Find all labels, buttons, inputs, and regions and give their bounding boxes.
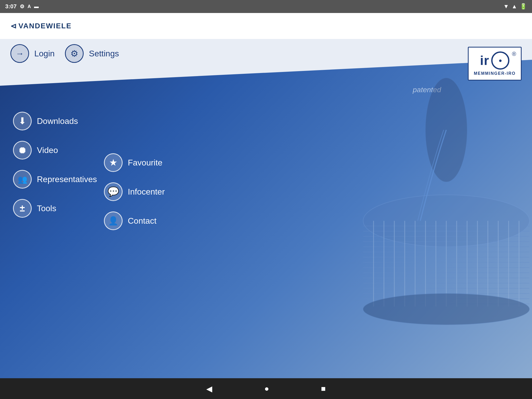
login-label: Login	[34, 49, 55, 58]
machine-visual	[303, 65, 532, 377]
contact-icon-circle: 👤	[104, 211, 123, 230]
app-container: ⊲ VANDEWIELE patented ir ● ® MEMMINGER-I…	[0, 13, 532, 399]
iro-logo: ir ● ® MEMMINGER-IRO	[468, 47, 522, 81]
downloads-label: Downloads	[37, 116, 78, 126]
contact-button[interactable]: 👤 Contact	[104, 211, 165, 230]
iro-text: ir	[480, 53, 489, 68]
favourite-icon: ★	[109, 157, 117, 168]
time-display: 3:07	[5, 3, 17, 10]
iro-sub-text: MEMMINGER-IRO	[474, 71, 516, 76]
main-content: patented ir ● ® MEMMINGER-IRO → Login	[0, 39, 532, 378]
video-icon: ⏺	[18, 145, 27, 156]
iro-circle: ●	[491, 51, 509, 70]
representatives-icon-circle: 👥	[13, 170, 32, 189]
representatives-label: Representatives	[37, 175, 97, 184]
header-bar: ⊲ VANDEWIELE	[0, 13, 532, 39]
favourite-label: Favourite	[128, 158, 162, 168]
home-button[interactable]: ●	[264, 384, 269, 393]
wifi-icon: ▼	[503, 3, 509, 10]
contact-label: Contact	[128, 216, 156, 226]
infocenter-icon: 💬	[108, 186, 119, 197]
right-menu: ★ Favourite 💬 Infocenter 👤 Contact	[104, 153, 165, 230]
downloads-icon-circle: ⬇	[13, 112, 32, 130]
tools-icon-circle: ±	[13, 199, 32, 218]
login-button[interactable]: → Login	[10, 44, 55, 63]
settings-status-icon: ⚙	[20, 3, 24, 10]
login-icon: →	[16, 49, 24, 58]
vandewiele-logo-symbol: ⊲	[10, 22, 16, 30]
downloads-button[interactable]: ⬇ Downloads	[13, 112, 174, 130]
main-menu: ⬇ Downloads ⏺ Video 👥 Representatives	[0, 96, 187, 378]
tools-label: Tools	[37, 204, 56, 213]
settings-icon-circle: ⚙	[65, 44, 84, 63]
battery-icon: 🔋	[520, 3, 527, 10]
representatives-icon: 👥	[18, 175, 27, 184]
svg-point-32	[363, 294, 529, 325]
vandewiele-logo: ⊲ VANDEWIELE	[10, 22, 72, 30]
a-status-icon: A	[28, 4, 31, 9]
settings-label: Settings	[89, 49, 119, 58]
favourite-button[interactable]: ★ Favourite	[104, 153, 165, 172]
signal-icon: ▲	[511, 3, 517, 10]
contact-icon: 👤	[108, 216, 118, 226]
back-button[interactable]: ◀	[206, 384, 212, 393]
favourite-icon-circle: ★	[104, 153, 123, 172]
status-bar: 3:07 ⚙ A ▬ ▼ ▲ 🔋	[0, 0, 532, 13]
tools-icon: ±	[20, 203, 25, 214]
login-icon-circle: →	[10, 44, 29, 63]
vandewiele-logo-text: VANDEWIELE	[18, 22, 72, 30]
bottom-nav: ◀ ● ■	[0, 378, 532, 399]
infocenter-button[interactable]: 💬 Infocenter	[104, 182, 165, 201]
infocenter-icon-circle: 💬	[104, 182, 123, 201]
status-bar-right: ▼ ▲ 🔋	[503, 3, 527, 10]
video-icon-circle: ⏺	[13, 141, 32, 159]
downloads-icon: ⬇	[18, 116, 26, 127]
video-label: Video	[37, 145, 58, 155]
top-nav: → Login ⚙ Settings	[0, 44, 532, 63]
infocenter-label: Infocenter	[128, 187, 165, 197]
recent-button[interactable]: ■	[321, 384, 326, 393]
sim-status-icon: ▬	[34, 4, 39, 9]
settings-button[interactable]: ⚙ Settings	[65, 44, 119, 63]
status-bar-left: 3:07 ⚙ A ▬	[5, 3, 39, 10]
settings-icon: ⚙	[70, 48, 78, 59]
